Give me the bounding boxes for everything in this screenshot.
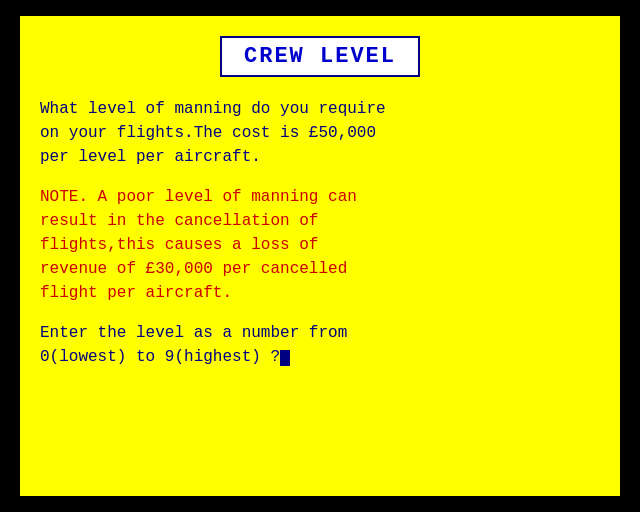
info-block: What level of manning do you require on …	[40, 97, 600, 169]
title-box: CREW LEVEL	[220, 36, 420, 77]
info-line3: per level per aircraft.	[40, 148, 261, 166]
page-title: CREW LEVEL	[244, 44, 396, 69]
note-line2: result in the cancellation of	[40, 212, 318, 230]
note-line3: flights,this causes a loss of	[40, 236, 318, 254]
info-line2: on your flights.The cost is £50,000	[40, 124, 376, 142]
note-line1: NOTE. A poor level of manning can	[40, 188, 357, 206]
note-line5: flight per aircraft.	[40, 284, 232, 302]
info-line1: What level of manning do you require	[40, 100, 386, 118]
note-block: NOTE. A poor level of manning can result…	[40, 185, 600, 305]
prompt-line1: Enter the level as a number from	[40, 324, 347, 342]
main-screen: CREW LEVEL What level of manning do you …	[20, 16, 620, 496]
cursor-blink	[280, 350, 290, 366]
prompt-line2: 0(lowest) to 9(highest) ?	[40, 348, 280, 366]
note-line4: revenue of £30,000 per cancelled	[40, 260, 347, 278]
prompt-block: Enter the level as a number from 0(lowes…	[40, 321, 600, 369]
